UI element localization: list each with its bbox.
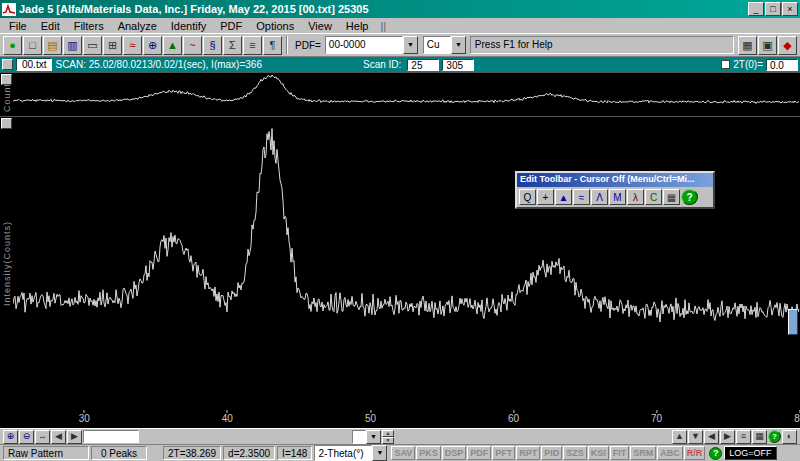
scan-tab[interactable]: 00.txt bbox=[16, 58, 52, 71]
copy-icon[interactable]: ⊞ bbox=[103, 36, 122, 55]
help-icon[interactable]: ? bbox=[681, 189, 698, 205]
shift-down-icon[interactable]: ▼ bbox=[688, 430, 703, 444]
intensity-scale-slider[interactable] bbox=[788, 309, 798, 335]
maximize-button[interactable]: □ bbox=[765, 2, 781, 16]
profile-fit-icon[interactable]: ≈ bbox=[573, 189, 590, 205]
two-theta-zero-field[interactable]: 0.0 bbox=[766, 59, 798, 71]
flag-abc[interactable]: ABC bbox=[657, 446, 683, 460]
flag-pft[interactable]: PFT bbox=[492, 446, 515, 460]
save-icon[interactable]: ▥ bbox=[63, 36, 82, 55]
title-bar: Jade 5 [Alfa/Materials Data, Inc.] Frida… bbox=[0, 0, 800, 18]
minimize-button[interactable]: _ bbox=[748, 2, 764, 16]
display-dropdown-icon[interactable]: ▼ bbox=[366, 430, 381, 444]
invert-icon[interactable]: ◐ bbox=[782, 430, 797, 444]
menu-view[interactable]: View bbox=[301, 20, 339, 32]
close-button[interactable]: × bbox=[782, 2, 798, 16]
overview-chart-canvas[interactable] bbox=[13, 73, 800, 117]
pan-icon[interactable]: ↔ bbox=[35, 430, 50, 444]
flag-rpt[interactable]: RPT bbox=[516, 446, 540, 460]
anode-dropdown-icon[interactable]: ▼ bbox=[451, 36, 466, 54]
overview-pane-button[interactable] bbox=[1, 74, 12, 85]
menu-help[interactable]: Help bbox=[339, 20, 376, 32]
scan-id-field-2[interactable]: 305 bbox=[442, 59, 474, 71]
spinner-up-icon[interactable]: ▲ bbox=[382, 430, 394, 437]
menu-options[interactable]: Options bbox=[249, 20, 301, 32]
main-toolbar: ●□▤▥▭⊞≈⊕▲~§Σ≡¶ PDF= 00-0000 ▼ Cu ▼ Press… bbox=[0, 33, 800, 57]
zoom-out-icon[interactable]: ⊖ bbox=[19, 430, 34, 444]
smooth-icon[interactable]: M bbox=[609, 189, 626, 205]
menu-dock-handle: || bbox=[375, 20, 391, 32]
tile-windows-icon[interactable]: ▦ bbox=[738, 36, 757, 55]
main-pane-button[interactable] bbox=[1, 118, 12, 129]
calculator-icon[interactable]: Σ bbox=[223, 36, 242, 55]
zoom-icon[interactable]: ⊕ bbox=[143, 36, 162, 55]
flag-szs[interactable]: SZS bbox=[563, 446, 587, 460]
axis-tick-80: 80 bbox=[794, 410, 800, 424]
shift-up-icon[interactable]: ▲ bbox=[672, 430, 687, 444]
overlay-icon[interactable]: ≈ bbox=[123, 36, 142, 55]
spinner-down-icon[interactable]: ▼ bbox=[382, 437, 394, 444]
calibrate-icon[interactable]: C bbox=[645, 189, 662, 205]
application-window: Jade 5 [Alfa/Materials Data, Inc.] Frida… bbox=[0, 0, 800, 461]
range-input[interactable] bbox=[83, 430, 139, 443]
edit-toolbar-titlebar[interactable]: Edit Toolbar - Cursor Off (Menu/Ctrl=Mi.… bbox=[517, 173, 713, 187]
cursor-icon[interactable]: + bbox=[537, 189, 554, 205]
zoom-in-icon[interactable]: ⊕ bbox=[3, 430, 18, 444]
scan-pane-button[interactable] bbox=[2, 59, 13, 70]
prev-view-icon[interactable]: ◀ bbox=[51, 430, 66, 444]
pdf-dropdown-icon[interactable]: ▼ bbox=[403, 36, 418, 54]
menu-identify[interactable]: Identify bbox=[164, 20, 213, 32]
menu-file[interactable]: File bbox=[2, 20, 34, 32]
open-file-icon[interactable]: ▤ bbox=[43, 36, 62, 55]
flag-rr[interactable]: R/R bbox=[684, 446, 706, 460]
display-combobox[interactable]: ▼ bbox=[352, 430, 381, 444]
background-icon[interactable]: ~ bbox=[183, 36, 202, 55]
flag-ksi[interactable]: KSI bbox=[588, 446, 609, 460]
edit-toolbar-window[interactable]: Edit Toolbar - Cursor Off (Menu/Ctrl=Mi.… bbox=[515, 171, 715, 209]
flag-fit[interactable]: FIT bbox=[610, 446, 630, 460]
scan-id-field-1[interactable]: 25 bbox=[407, 59, 439, 71]
help-icon[interactable]: ? bbox=[768, 430, 781, 443]
stack-icon[interactable]: ≡ bbox=[736, 430, 751, 444]
flag-dsp[interactable]: DSP bbox=[442, 446, 467, 460]
pdf-combobox[interactable]: 00-0000 ▼ bbox=[325, 36, 418, 54]
tile-icon[interactable]: ▦ bbox=[752, 430, 767, 444]
flag-pid[interactable]: PID bbox=[541, 446, 562, 460]
peaks-count-box: 0 Peaks bbox=[91, 446, 147, 460]
menu-edit[interactable]: Edit bbox=[34, 20, 67, 32]
peaks-icon[interactable]: ▲ bbox=[163, 36, 182, 55]
print-icon[interactable]: ▭ bbox=[83, 36, 102, 55]
background-fit-icon[interactable]: Λ bbox=[591, 189, 608, 205]
ka2-strip-icon[interactable]: λ bbox=[627, 189, 644, 205]
sm-search-icon[interactable]: § bbox=[203, 36, 222, 55]
overview-pane: Counts bbox=[0, 72, 800, 116]
app-logo-icon[interactable]: ◆ bbox=[778, 36, 797, 55]
axis-unit-dropdown-icon[interactable]: ▼ bbox=[372, 445, 387, 461]
log-scale-toggle[interactable]: LOG=OFF bbox=[724, 446, 776, 460]
new-file-icon[interactable]: □ bbox=[23, 36, 42, 55]
notes-icon[interactable]: ¶ bbox=[263, 36, 282, 55]
flag-pdf[interactable]: PDF bbox=[467, 446, 491, 460]
cascade-windows-icon[interactable]: ▣ bbox=[758, 36, 777, 55]
menu-pdf[interactable]: PDF bbox=[213, 20, 249, 32]
flag-sav[interactable]: SAV bbox=[391, 446, 415, 460]
status-light-icon[interactable]: ● bbox=[3, 36, 22, 55]
report-icon[interactable]: ≡ bbox=[243, 36, 262, 55]
grid-icon[interactable]: ▦ bbox=[663, 189, 680, 205]
flag-pks[interactable]: PKS bbox=[416, 446, 441, 460]
main-chart-canvas[interactable] bbox=[13, 117, 800, 411]
shift-left-icon[interactable]: ◀ bbox=[704, 430, 719, 444]
peak-label-icon[interactable]: ▲ bbox=[555, 189, 572, 205]
two-theta-zero-checkbox[interactable] bbox=[721, 60, 730, 69]
anode-combobox[interactable]: Cu ▼ bbox=[423, 36, 466, 54]
d-spacing-readout: d=2.3500 bbox=[223, 446, 275, 460]
menu-analyze[interactable]: Analyze bbox=[111, 20, 164, 32]
flag-srm[interactable]: SRM bbox=[630, 446, 656, 460]
axis-unit-combobox[interactable]: 2-Theta(°) ▼ bbox=[314, 445, 387, 461]
shift-right-icon[interactable]: ▶ bbox=[720, 430, 735, 444]
pattern-mode-box[interactable]: Raw Pattern bbox=[3, 446, 89, 460]
help-icon[interactable]: ? bbox=[709, 447, 722, 460]
menu-filters[interactable]: Filters bbox=[67, 20, 111, 32]
zoom-icon[interactable]: Q bbox=[519, 189, 536, 205]
next-view-icon[interactable]: ▶ bbox=[67, 430, 82, 444]
